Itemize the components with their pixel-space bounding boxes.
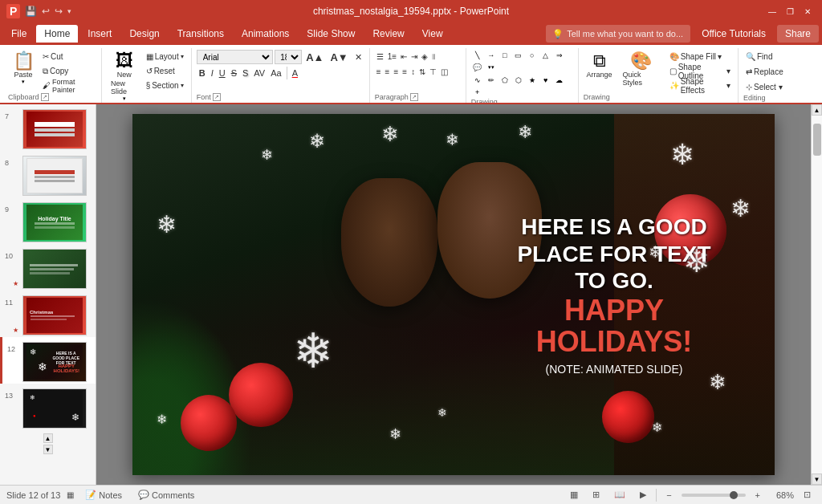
new-slide-button[interactable]: 🖼 New New Slide ▾ (107, 50, 142, 104)
notes-button[interactable]: 📝 Notes (80, 488, 127, 502)
clipboard-expand-button[interactable]: ↗ (41, 93, 49, 101)
smartart-button[interactable]: ◈ (420, 50, 429, 63)
increase-indent-button[interactable]: ⇥ (409, 50, 419, 63)
bullets-button[interactable]: ☰ (375, 50, 385, 63)
scroll-up-arrow[interactable]: ▲ (812, 104, 822, 116)
curved-line-button[interactable]: ∿ (471, 75, 484, 86)
paragraph-expand-button[interactable]: ↗ (410, 93, 418, 101)
char-spacing-button[interactable]: AV (251, 66, 267, 79)
zoom-thumb[interactable] (730, 491, 738, 499)
align-text-button[interactable]: ⊤ (428, 65, 438, 79)
shadow-button[interactable]: S (240, 66, 250, 79)
columns-button[interactable]: ⫴ (430, 50, 437, 63)
italic-button[interactable]: I (209, 66, 216, 79)
font-shrink-button[interactable]: A▼ (328, 51, 350, 64)
star-button[interactable]: ★ (526, 75, 539, 86)
oval-button[interactable]: ○ (526, 50, 539, 61)
format-painter-button[interactable]: 🖌 Format Painter (40, 79, 96, 92)
slide-thumb-9[interactable]: 9 Holiday Title (0, 197, 96, 244)
right-arrow-button[interactable]: ⇒ (553, 50, 566, 61)
arrange-button[interactable]: ⧉ Arrange (584, 50, 616, 93)
shape-effects-button[interactable]: ✨ Shape Effects ▾ (667, 79, 733, 92)
scroll-down-button[interactable]: ▼ (43, 445, 53, 454)
slide-thumb-8[interactable]: 8 (0, 151, 96, 197)
zoom-slider[interactable] (682, 494, 746, 497)
tab-insert[interactable]: Insert (79, 25, 120, 43)
replace-button[interactable]: ⇄ Replace (743, 65, 814, 79)
slide-thumb-13[interactable]: 13 ❄ ❄ ● (0, 384, 96, 430)
tab-view[interactable]: View (414, 25, 451, 43)
shape-outline-button[interactable]: ▢ Shape Outline ▾ (667, 64, 733, 78)
restore-button[interactable]: ❐ (782, 3, 798, 19)
layout-button[interactable]: ▦ Layout ▾ (144, 50, 186, 63)
align-center-button[interactable]: ≡ (384, 65, 392, 79)
tab-file[interactable]: File (3, 25, 35, 43)
view-reading-button[interactable]: 📖 (609, 488, 630, 502)
copy-button[interactable]: ⧉ Copy (40, 64, 96, 78)
share-button[interactable]: Share (777, 25, 819, 43)
scroll-up-button[interactable]: ▲ (43, 433, 53, 443)
select-button[interactable]: ⊹ Select ▾ (743, 80, 814, 94)
font-family-select[interactable]: Arial (197, 50, 274, 64)
align-right-button[interactable]: ≡ (392, 65, 400, 79)
slide-canvas[interactable]: ❄ ❄ ❄ ❄ ❄ ❄ ❄ ❄ ❄ ❄ ❄ ❄ ❄ ❄ ❄ ❄ HERE IS … (132, 114, 775, 475)
fit-slide-button[interactable]: ⊡ (799, 488, 816, 502)
section-button[interactable]: § Section ▾ (144, 79, 186, 92)
rect-shape-button[interactable]: □ (498, 50, 511, 61)
quick-styles-button[interactable]: 🎨 Quick Styles (618, 50, 663, 93)
align-left-button[interactable]: ≡ (375, 65, 383, 79)
scroll-thumb[interactable] (813, 124, 821, 156)
plus-button[interactable]: + (471, 87, 484, 98)
tab-design[interactable]: Design (121, 25, 167, 43)
pentagon-button[interactable]: ⬠ (498, 75, 511, 86)
scroll-down-arrow[interactable]: ▼ (812, 474, 822, 485)
tab-animations[interactable]: Animations (234, 25, 297, 43)
case-button[interactable]: Aa (268, 66, 283, 79)
vertical-scrollbar[interactable]: ▲ ▼ (811, 104, 822, 485)
view-slideshow-button[interactable]: ▶ (635, 488, 651, 502)
numbering-button[interactable]: 1≡ (386, 50, 398, 63)
shape-fill-button[interactable]: 🎨 Shape Fill ▾ (667, 50, 733, 63)
office-tutorials-link[interactable]: Office Tutorials (697, 26, 771, 41)
customize-icon[interactable]: ▾ (67, 7, 71, 15)
find-button[interactable]: 🔍 Find (743, 50, 814, 63)
tab-transitions[interactable]: Transitions (169, 25, 232, 43)
tell-me-bar[interactable]: 💡 Tell me what you want to do... (546, 25, 690, 43)
reset-button[interactable]: ↺ Reset (144, 64, 186, 78)
bold-button[interactable]: B (197, 66, 208, 79)
freeform-button[interactable]: ✏ (485, 75, 498, 86)
callout-button[interactable]: 💬 (471, 62, 484, 73)
quick-save-icon[interactable]: 💾 (25, 6, 37, 17)
zoom-in-button[interactable]: + (751, 489, 765, 502)
convert-smartart-button[interactable]: ◫ (439, 65, 450, 79)
close-button[interactable]: ✕ (800, 3, 816, 19)
view-slide-sorter-button[interactable]: ⊞ (588, 488, 604, 502)
comments-button[interactable]: 💬 Comments (133, 488, 199, 502)
line-spacing-button[interactable]: ↕ (409, 65, 417, 79)
zoom-out-button[interactable]: − (661, 489, 676, 502)
tab-slideshow[interactable]: Slide Show (299, 25, 363, 43)
tab-home[interactable]: Home (36, 25, 78, 43)
tab-review[interactable]: Review (364, 25, 412, 43)
arrow-shape-button[interactable]: → (485, 50, 498, 61)
view-normal-button[interactable]: ▦ (565, 488, 583, 502)
text-direction-button[interactable]: ⇅ (417, 65, 427, 79)
hexagon-button[interactable]: ⬡ (512, 75, 525, 86)
font-grow-button[interactable]: A▲ (303, 51, 326, 64)
slide-thumb-11[interactable]: 11 ★ Christmas (0, 291, 96, 337)
clear-formatting-button[interactable]: ✕ (352, 51, 364, 64)
more-shapes-button[interactable]: ▾▾ (485, 62, 498, 73)
slide-thumb-12[interactable]: 12 HERE IS AGOOD PLACEFOR TEXT HAPPYHOLI… (0, 337, 96, 384)
minimize-button[interactable]: — (764, 3, 780, 19)
strikethrough-button[interactable]: S (229, 66, 239, 79)
decrease-indent-button[interactable]: ⇤ (399, 50, 409, 63)
underline-button[interactable]: U (217, 66, 228, 79)
paste-button[interactable]: 📋 Paste ▾ (8, 50, 39, 87)
scroll-track[interactable] (812, 116, 822, 474)
canvas-area[interactable]: ▲ ▼ (96, 104, 822, 485)
cloud-button[interactable]: ☁ (553, 75, 566, 86)
rounded-rect-button[interactable]: ▭ (512, 50, 525, 61)
justify-button[interactable]: ≡ (401, 65, 409, 79)
heart-button[interactable]: ♥ (539, 75, 552, 86)
redo-icon[interactable]: ↪ (55, 6, 63, 17)
